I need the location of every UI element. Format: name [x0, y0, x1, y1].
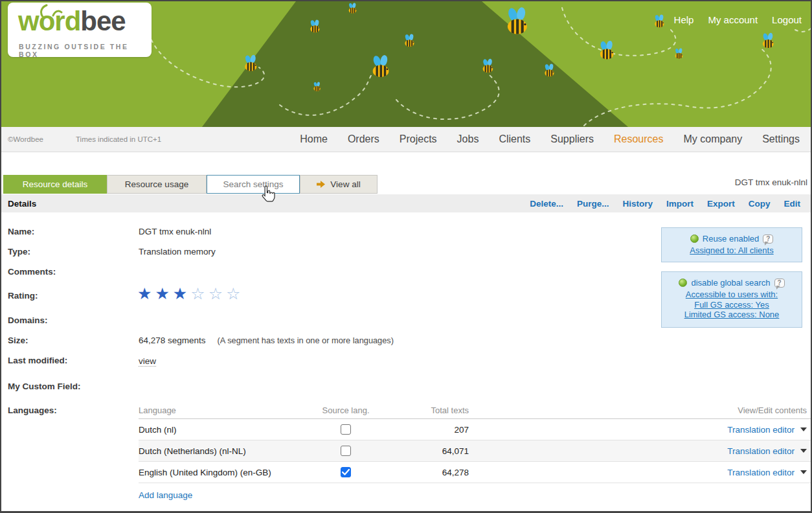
my-account-link[interactable]: My account — [708, 14, 758, 25]
total-texts-value: 64,278 — [378, 468, 469, 477]
full-gs-access-link[interactable]: Full GS access: Yes — [662, 300, 802, 310]
table-row: Dutch (nl) 207 Translation editor — [139, 419, 812, 440]
tab-label: View all — [330, 179, 360, 189]
import-button[interactable]: Import — [666, 199, 694, 209]
nav-band: ©Wordbee Times indicated in UTC+1 Home O… — [1, 127, 811, 152]
add-language-link[interactable]: Add language — [139, 490, 192, 500]
account-links: Help My account Logout — [674, 14, 802, 25]
nav-item-home[interactable]: Home — [300, 133, 328, 145]
rating-stars[interactable]: ★★★☆☆☆ — [137, 286, 244, 302]
nav-item-settings[interactable]: Settings — [762, 133, 800, 145]
chevron-down-icon[interactable] — [800, 428, 807, 431]
star-empty-icon[interactable]: ☆ — [209, 284, 226, 303]
status-green-ball-icon — [690, 234, 699, 243]
nav-item-orders[interactable]: Orders — [348, 133, 379, 145]
nav-item-projects[interactable]: Projects — [400, 133, 437, 145]
nav-item-jobs[interactable]: Jobs — [457, 133, 479, 145]
edit-button[interactable]: Edit — [784, 199, 801, 209]
translation-editor-link[interactable]: Translation editor — [727, 425, 795, 435]
assigned-to-link[interactable]: Assigned to: All clients — [662, 245, 802, 256]
comments-label: Comments: — [8, 267, 56, 277]
total-texts-value: 64,071 — [378, 446, 469, 456]
size-segments: 64,278 segments — [139, 336, 206, 345]
details-toolbar: Details Delete... Purge... History Impor… — [1, 194, 811, 212]
col-source-lang: Source lang. — [313, 405, 378, 415]
tab-search-settings[interactable]: Search settings — [207, 175, 300, 194]
name-value: DGT tmx enuk-nlnl — [139, 227, 211, 236]
rating-label: Rating: — [8, 291, 38, 301]
arrow-right-icon — [317, 181, 325, 188]
col-total-texts: Total texts — [378, 405, 469, 415]
wordbee-logo[interactable]: wordbee BUZZING OUTSIDE THE BOX — [8, 3, 152, 57]
help-icon[interactable]: ? — [774, 279, 785, 288]
global-search-status-box: disable global search ? Accessible to us… — [661, 271, 802, 328]
translation-editor-link[interactable]: Translation editor — [727, 468, 795, 477]
language-name: English (United Kingdom) (en-GB) — [139, 468, 313, 477]
source-lang-checkbox[interactable] — [341, 446, 351, 456]
tab-view-all[interactable]: View all — [300, 175, 378, 194]
main-nav: Home Orders Projects Jobs Clients Suppli… — [300, 127, 800, 152]
language-name: Dutch (nl) — [139, 425, 313, 435]
domains-label: Domains: — [8, 315, 48, 325]
logo-tagline: BUZZING OUTSIDE THE BOX — [19, 43, 152, 58]
tab-resource-details[interactable]: Resource details — [3, 175, 107, 194]
export-button[interactable]: Export — [707, 199, 735, 209]
logo-bee: bee — [80, 6, 125, 36]
status-green-ball-icon — [679, 279, 687, 287]
chevron-down-icon[interactable] — [800, 449, 807, 453]
tab-label: Resource details — [23, 179, 88, 189]
nav-item-suppliers[interactable]: Suppliers — [550, 133, 594, 145]
logout-link[interactable]: Logout — [772, 14, 802, 25]
tab-resource-usage[interactable]: Resource usage — [107, 175, 207, 194]
tab-bar: Resource details Resource usage Search s… — [3, 175, 378, 194]
reuse-status-box: Reuse enabled ? Assigned to: All clients — [661, 227, 802, 262]
logo-text: wordbee — [18, 8, 126, 35]
accessible-users-link[interactable]: Accessible to users with: — [662, 290, 802, 300]
global-search-status-text: disable global search — [691, 278, 770, 288]
languages-table: Language Source lang. Total texts View/E… — [139, 402, 812, 483]
help-icon[interactable]: ? — [763, 234, 773, 244]
translation-editor-link[interactable]: Translation editor — [727, 446, 795, 456]
table-row: English (United Kingdom) (en-GB) 64,278 … — [139, 462, 812, 483]
nav-item-my-company[interactable]: My company — [683, 133, 742, 145]
tab-label: Search settings — [223, 179, 283, 189]
banner: wordbee BUZZING OUTSIDE THE BOX Help My … — [1, 1, 811, 127]
source-lang-checkbox[interactable] — [341, 467, 351, 477]
star-filled-icon[interactable]: ★ — [155, 284, 172, 303]
limited-gs-access-link[interactable]: Limited GS access: None — [662, 310, 802, 320]
languages-label: Languages: — [8, 405, 57, 415]
wordbee-resource-details-page: wordbee BUZZING OUTSIDE THE BOX Help My … — [0, 0, 812, 513]
view-link[interactable]: view — [139, 356, 156, 367]
timezone-note: Times indicated in UTC+1 — [76, 135, 161, 143]
purge-button[interactable]: Purge... — [577, 199, 609, 209]
logo-word: word — [18, 6, 80, 36]
star-filled-icon[interactable]: ★ — [173, 284, 190, 303]
source-lang-checkbox[interactable] — [341, 424, 351, 435]
tab-label: Resource usage — [125, 179, 188, 189]
details-title: Details — [1, 199, 36, 209]
col-view-edit: View/Edit contents — [469, 405, 812, 415]
delete-button[interactable]: Delete... — [530, 199, 563, 209]
custom-field-label: My Custom Field: — [8, 382, 81, 391]
star-empty-icon[interactable]: ☆ — [190, 284, 208, 303]
size-value: 64,278 segments(A segment has texts in o… — [139, 336, 394, 345]
copy-button[interactable]: Copy — [749, 199, 771, 209]
total-texts-value: 207 — [378, 425, 469, 435]
name-label: Name: — [8, 227, 34, 236]
reuse-status-text: Reuse enabled — [703, 234, 759, 244]
size-label: Size: — [8, 336, 28, 345]
chevron-down-icon[interactable] — [800, 470, 807, 474]
history-button[interactable]: History — [622, 199, 653, 209]
details-actions: Delete... Purge... History Import Export… — [530, 199, 811, 209]
nav-item-clients[interactable]: Clients — [499, 133, 530, 145]
size-note: (A segment has texts in one or more lang… — [218, 336, 394, 345]
star-empty-icon[interactable]: ☆ — [226, 284, 243, 303]
type-label: Type: — [8, 247, 30, 256]
copyright-label: ©Wordbee — [8, 135, 43, 143]
type-value: Translation memory — [139, 247, 216, 256]
help-link[interactable]: Help — [674, 14, 694, 25]
nav-item-resources[interactable]: Resources — [614, 133, 663, 145]
star-filled-icon[interactable]: ★ — [137, 284, 155, 303]
table-row: Dutch (Netherlands) (nl-NL) 64,071 Trans… — [139, 440, 812, 462]
last-modified-label: Last modified: — [8, 356, 67, 365]
